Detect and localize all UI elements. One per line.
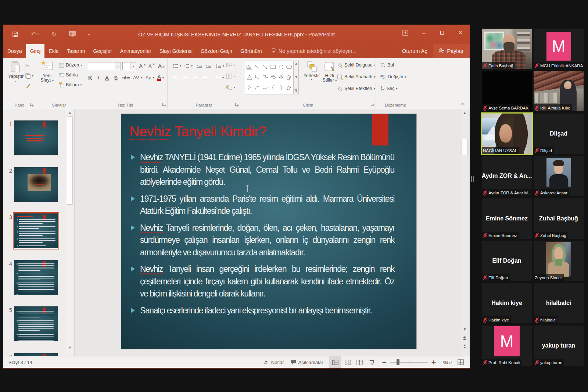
reset-button[interactable]: Sıfırla — [59, 71, 78, 79]
reading-view-button[interactable] — [354, 356, 366, 368]
share-button[interactable]: Paylaş — [433, 44, 470, 58]
font-color-button[interactable]: A▾ — [157, 74, 164, 81]
drawing-dialog-launcher[interactable] — [371, 103, 374, 107]
italic-button[interactable]: T — [97, 74, 100, 81]
slide-canvas[interactable]: Nevhiz Tanyeli Kimdir? Nevhiz TANYELİ (1… — [121, 114, 416, 349]
tell-me-box[interactable]: Ne yapmak istediğinizi söyleyin... — [271, 44, 357, 58]
ribbon-display-options-button[interactable] — [396, 25, 415, 40]
shape-scribble-icon[interactable] — [247, 85, 252, 90]
shape-outline-button[interactable]: Şekil Anahattı▾ — [337, 73, 375, 80]
zoom-slider-handle[interactable] — [397, 359, 399, 365]
fit-slide-button[interactable] — [455, 356, 466, 368]
comments-button[interactable]: Açıklamalar — [287, 356, 327, 368]
slide-thumbnail-1[interactable] — [14, 120, 58, 155]
new-slide-button[interactable]: Yeni Slayt ▾ — [37, 61, 57, 83]
select-button[interactable]: Seç▾ — [380, 85, 398, 92]
normal-view-button[interactable] — [329, 356, 341, 368]
participant-tile[interactable]: MMGÜ Etkinlik ANKARA — [534, 29, 584, 69]
participant-tile[interactable]: DilşadDilşad — [534, 114, 584, 154]
slide-sorter-view-button[interactable] — [341, 356, 354, 368]
scroll-up-icon[interactable]: ▲ — [67, 109, 73, 116]
participant-tile[interactable]: Zeynep Sincer — [534, 241, 584, 281]
shape-brace-l-icon[interactable] — [272, 85, 275, 90]
shape-arrow-right-icon[interactable] — [270, 75, 276, 80]
participant-tile[interactable]: Askarov Ansar — [534, 156, 584, 196]
shape-fill-button[interactable]: Şekil Dolgusu▾ — [337, 61, 375, 69]
panel-resize-handle[interactable] — [471, 176, 474, 182]
shape-star-icon[interactable] — [286, 85, 291, 90]
redo-button[interactable]: ↻ — [51, 30, 57, 39]
zoom-in-button[interactable]: + — [430, 356, 440, 368]
bold-button[interactable]: K — [88, 74, 92, 81]
align-left-button[interactable] — [173, 74, 178, 81]
paste-button[interactable]: Yapıştır ▾ — [7, 61, 25, 83]
shape-rect-icon[interactable] — [270, 65, 276, 69]
shape-arc-icon[interactable] — [255, 86, 260, 90]
participant-tile[interactable]: NAGİHAN UYSAL — [482, 114, 532, 154]
underline-button[interactable]: A — [105, 74, 109, 81]
slide-scroll-up-icon[interactable]: ▲ — [461, 109, 468, 116]
tab-gözden-geçir[interactable]: Gözden Geçir — [197, 44, 236, 58]
participant-tile[interactable]: Elif DoğanElif Doğan — [482, 241, 532, 281]
collapse-ribbon-button[interactable] — [460, 103, 465, 105]
align-right-button[interactable] — [193, 74, 198, 81]
participant-tile[interactable]: hilalbalcihilalbalci — [534, 283, 584, 323]
shape-roundrect-icon[interactable] — [286, 65, 292, 69]
shape-corner2-icon[interactable] — [263, 75, 268, 80]
next-slide-button[interactable] — [461, 344, 468, 349]
find-button[interactable]: Bul — [380, 61, 394, 69]
cut-button[interactable]: ✂ — [25, 62, 30, 69]
quick-styles-button[interactable]: Hızlı Stiller ▾ — [321, 61, 338, 83]
grow-font-button[interactable]: A▲ — [139, 62, 146, 69]
tab-geçişler[interactable]: Geçişler — [89, 44, 116, 58]
line-spacing-button[interactable]: ▾ — [215, 62, 224, 69]
convert-smartart-button[interactable]: ▾ — [226, 83, 235, 91]
save-button[interactable] — [12, 30, 18, 39]
copy-button[interactable]: ▾ — [25, 72, 33, 79]
participant-tile[interactable]: Ayşe Sema BARDAK — [482, 71, 532, 111]
zoom-out-button[interactable]: − — [378, 356, 387, 368]
start-slideshow-button[interactable] — [69, 30, 76, 39]
maximize-button[interactable] — [433, 25, 451, 40]
shape-arrow-icon[interactable] — [263, 65, 268, 69]
slide-scrollbar[interactable]: ▲ ▼ — [461, 109, 468, 356]
sign-in-button[interactable]: Oturum Aç — [396, 44, 433, 58]
strikethrough-button[interactable]: abc — [122, 74, 130, 81]
participant-tile[interactable]: Fatih Başbuğ — [482, 29, 532, 69]
tab-görünüm[interactable]: Görünüm — [236, 44, 266, 58]
align-text-button[interactable]: ▾ — [226, 72, 235, 80]
shrink-font-button[interactable]: A▼ — [148, 62, 155, 69]
section-button[interactable]: Bölüm▾ — [59, 81, 82, 89]
shape-curve-icon[interactable] — [263, 86, 268, 90]
tab-dosya[interactable]: Dosya — [3, 44, 26, 58]
align-center-button[interactable] — [183, 74, 188, 81]
arrange-button[interactable]: Yerleştir ▾ — [301, 61, 322, 81]
clipboard-dialog-launcher[interactable] — [30, 103, 34, 107]
participant-tile[interactable]: MProf. Ruhi Konak — [482, 326, 532, 366]
shape-line-icon[interactable] — [255, 65, 260, 69]
minimize-button[interactable] — [415, 25, 433, 40]
shape-triangle-icon[interactable] — [247, 75, 252, 80]
shape-freeform-icon[interactable] — [286, 75, 291, 80]
shape-oval-icon[interactable] — [279, 65, 284, 69]
tab-ekle[interactable]: Ekle — [44, 44, 62, 58]
shape-brace-r-icon[interactable] — [280, 85, 283, 90]
participant-tile[interactable]: Zuhal BaşbuğZuhal Başbuğ — [534, 198, 584, 239]
shape-textbox-icon[interactable]: A — [247, 65, 252, 69]
slide-thumbnail-5[interactable] — [14, 306, 58, 341]
shapes-gallery-scroll[interactable]: ▲▼▼ — [294, 61, 299, 94]
previous-slide-button[interactable] — [461, 335, 468, 341]
decrease-indent-button[interactable] — [196, 62, 202, 69]
tab-slayt-gösterisi[interactable]: Slayt Gösterisi — [155, 44, 197, 58]
participant-tile[interactable]: Emine SönmezEmine Sönmez — [482, 198, 532, 239]
scrollbar-thumb[interactable] — [462, 139, 467, 155]
slide-thumbnail-3[interactable] — [14, 213, 58, 248]
thumbnail-scrollbar[interactable]: ▲ ▼ — [66, 109, 73, 356]
slide-thumbnail-6[interactable] — [14, 353, 58, 356]
increase-indent-button[interactable] — [205, 62, 211, 69]
slide-thumbnail-4[interactable] — [14, 260, 58, 295]
layout-button[interactable]: Düzen▾ — [59, 61, 82, 69]
tab-tasarım[interactable]: Tasarım — [63, 44, 89, 58]
notes-button[interactable]: Notlar — [260, 356, 287, 368]
text-shadow-button[interactable]: S — [114, 74, 118, 81]
